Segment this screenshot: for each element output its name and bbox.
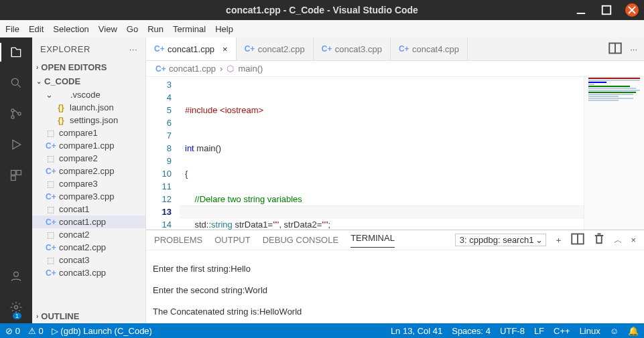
file-concat3[interactable]: ⬚concat3 bbox=[32, 254, 145, 266]
file-compare3[interactable]: ⬚compare3 bbox=[32, 177, 145, 190]
more-actions-icon[interactable]: ··· bbox=[630, 44, 637, 54]
feedback-icon[interactable]: ☺ bbox=[610, 326, 619, 336]
svg-point-13 bbox=[14, 272, 19, 276]
tab-close-icon[interactable]: × bbox=[222, 44, 228, 54]
status-os[interactable]: Linux bbox=[580, 326, 600, 336]
tab-concat1[interactable]: C+concat1.cpp× bbox=[146, 37, 237, 60]
project-section[interactable]: ⌄C_CODE bbox=[32, 74, 145, 88]
open-editors-section[interactable]: ›OPEN EDITORS bbox=[32, 60, 145, 74]
file-settings-json[interactable]: {}settings.json bbox=[32, 114, 145, 126]
explorer-title: EXPLORER bbox=[40, 44, 90, 54]
menu-terminal[interactable]: Terminal bbox=[173, 24, 206, 34]
breadcrumb-file[interactable]: concat1.cpp bbox=[169, 64, 216, 74]
svg-line-5 bbox=[18, 85, 21, 88]
binary-icon: ⬚ bbox=[46, 129, 55, 138]
panel-tab-output[interactable]: OUTPUT bbox=[214, 235, 250, 245]
tab-concat4[interactable]: C+concat4.cpp bbox=[391, 37, 468, 60]
folder-vscode[interactable]: ⌄.vscode bbox=[32, 88, 145, 101]
chevron-up-icon[interactable]: ︿ bbox=[614, 234, 623, 246]
status-lang[interactable]: C++ bbox=[554, 326, 570, 336]
minimap[interactable] bbox=[584, 77, 644, 230]
status-spaces[interactable]: Spaces: 4 bbox=[452, 326, 491, 336]
window-title: concat1.cpp - C_Code - Visual Studio Cod… bbox=[226, 5, 418, 15]
code-content[interactable]: #include <iostream> int main() { //Delar… bbox=[180, 77, 584, 230]
new-terminal-icon[interactable]: ＋ bbox=[554, 234, 563, 246]
menu-view[interactable]: View bbox=[99, 24, 117, 34]
account-icon[interactable] bbox=[7, 267, 25, 286]
binary-icon: ⬚ bbox=[46, 179, 55, 189]
svg-point-6 bbox=[11, 109, 14, 112]
svg-point-7 bbox=[11, 116, 14, 118]
cpp-icon: C+ bbox=[46, 243, 55, 252]
svg-point-8 bbox=[18, 112, 21, 115]
search-icon[interactable] bbox=[7, 74, 25, 92]
cpp-icon: C+ bbox=[399, 44, 408, 54]
explorer-icon[interactable] bbox=[7, 43, 25, 62]
chevron-down-icon: ⌄ bbox=[535, 235, 543, 245]
more-icon[interactable]: ··· bbox=[129, 44, 137, 54]
menu-file[interactable]: File bbox=[5, 24, 19, 34]
panel-tab-terminal[interactable]: TERMINAL bbox=[350, 233, 395, 248]
gear-badge: 1 bbox=[13, 313, 21, 319]
status-warnings[interactable]: ⚠ 0 bbox=[28, 326, 44, 336]
split-terminal-icon[interactable] bbox=[571, 232, 584, 248]
cpp-icon: C+ bbox=[245, 44, 254, 54]
extensions-icon[interactable] bbox=[7, 166, 25, 185]
file-concat3-cpp[interactable]: C+concat3.cpp bbox=[32, 266, 145, 279]
bell-icon[interactable]: 🔔 bbox=[628, 326, 639, 336]
file-compare2[interactable]: ⬚compare2 bbox=[32, 152, 145, 165]
cpp-icon: C+ bbox=[46, 268, 55, 278]
panel-tabs: PROBLEMS OUTPUT DEBUG CONSOLE TERMINAL 3… bbox=[146, 230, 644, 250]
run-icon[interactable] bbox=[7, 135, 25, 154]
close-icon[interactable] bbox=[625, 3, 639, 17]
window-controls bbox=[574, 3, 639, 17]
svg-rect-11 bbox=[17, 171, 21, 175]
cpp-icon: C+ bbox=[46, 167, 55, 176]
file-concat2[interactable]: ⬚concat2 bbox=[32, 228, 145, 241]
chevron-right-icon: › bbox=[36, 64, 38, 71]
split-editor-icon[interactable] bbox=[608, 41, 622, 57]
menu-edit[interactable]: Edit bbox=[29, 24, 44, 34]
cube-icon: ⬡ bbox=[227, 64, 234, 74]
panel-tab-problems[interactable]: PROBLEMS bbox=[154, 235, 202, 245]
file-concat1[interactable]: ⬚concat1 bbox=[32, 203, 145, 216]
svg-rect-12 bbox=[11, 176, 16, 181]
menu-go[interactable]: Go bbox=[127, 24, 138, 34]
file-compare3-cpp[interactable]: C+compare3.cpp bbox=[32, 190, 145, 203]
menu-run[interactable]: Run bbox=[147, 24, 164, 34]
menu-help[interactable]: Help bbox=[215, 24, 233, 34]
status-encoding[interactable]: UTF-8 bbox=[500, 326, 525, 336]
maximize-icon[interactable] bbox=[600, 3, 613, 17]
cpp-icon: C+ bbox=[46, 218, 55, 227]
file-compare1-cpp[interactable]: C+compare1.cpp bbox=[32, 139, 145, 152]
code-editor[interactable]: 3456789101112131415 #include <iostream> … bbox=[146, 77, 644, 230]
trash-icon[interactable] bbox=[592, 232, 606, 248]
file-concat1-cpp[interactable]: C+concat1.cpp bbox=[32, 216, 145, 228]
breadcrumb-symbol[interactable]: main() bbox=[238, 64, 263, 74]
file-concat2-cpp[interactable]: C+concat2.cpp bbox=[32, 241, 145, 254]
tab-concat2[interactable]: C+concat2.cpp bbox=[237, 37, 314, 60]
minimize-icon[interactable] bbox=[574, 3, 588, 17]
cpp-icon: C+ bbox=[46, 141, 55, 151]
status-launch[interactable]: ▷ (gdb) Launch (C_Code) bbox=[52, 326, 152, 336]
panel-close-icon[interactable]: × bbox=[631, 235, 636, 245]
file-launch-json[interactable]: {}launch.json bbox=[32, 101, 145, 114]
breadcrumb[interactable]: C+ concat1.cpp › ⬡ main() bbox=[146, 61, 644, 77]
file-compare2-cpp[interactable]: C+compare2.cpp bbox=[32, 165, 145, 177]
svg-rect-10 bbox=[11, 171, 16, 175]
terminal-content[interactable]: Enter the first string:Hello Enter the s… bbox=[146, 250, 644, 323]
outline-section[interactable]: ›OUTLINE bbox=[32, 309, 145, 323]
status-eol[interactable]: LF bbox=[534, 326, 544, 336]
panel-tab-debug[interactable]: DEBUG CONSOLE bbox=[263, 235, 338, 245]
chevron-down-icon: ⌄ bbox=[46, 90, 53, 100]
status-lncol[interactable]: Ln 13, Col 41 bbox=[391, 326, 442, 336]
bottom-panel: PROBLEMS OUTPUT DEBUG CONSOLE TERMINAL 3… bbox=[146, 230, 644, 323]
tab-concat3[interactable]: C+concat3.cpp bbox=[314, 37, 391, 60]
terminal-selector[interactable]: 3: cppdbg: search1 ⌄ bbox=[455, 234, 547, 246]
activity-bar: 1 bbox=[0, 37, 32, 323]
status-bar: ⊘ 0 ⚠ 0 ▷ (gdb) Launch (C_Code) Ln 13, C… bbox=[0, 323, 644, 338]
menu-selection[interactable]: Selection bbox=[53, 24, 88, 34]
file-compare1[interactable]: ⬚compare1 bbox=[32, 126, 145, 139]
status-errors[interactable]: ⊘ 0 bbox=[5, 326, 20, 336]
source-control-icon[interactable] bbox=[7, 104, 25, 123]
